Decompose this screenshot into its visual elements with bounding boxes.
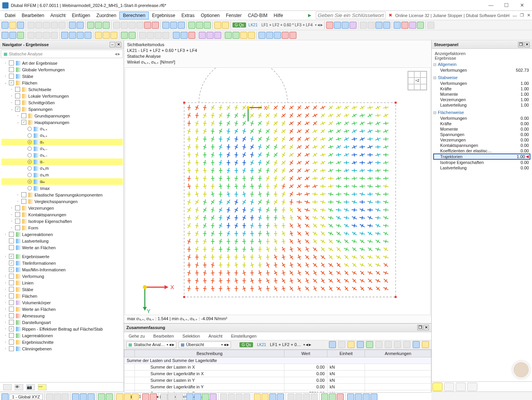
toolbar-button[interactable] <box>62 393 69 400</box>
control-tab-2[interactable] <box>444 383 454 391</box>
tree-item[interactable]: ›Isotrope Eigenschaften <box>2 218 123 224</box>
toolbar-button[interactable] <box>363 393 370 400</box>
toolbar-button[interactable] <box>150 393 157 400</box>
toolbar-button[interactable] <box>262 393 269 400</box>
toolbar-button[interactable] <box>116 393 123 400</box>
toolbar-button[interactable] <box>338 341 345 348</box>
control-row[interactable]: Momente1.00 <box>433 91 530 97</box>
control-row[interactable]: Verformungen1.00 <box>433 81 530 86</box>
toolbar-button[interactable] <box>228 393 235 400</box>
toolbar-button[interactable] <box>326 22 333 29</box>
toolbar-button[interactable] <box>43 22 50 29</box>
tree-item[interactable]: α₋ <box>2 159 123 165</box>
tree-item[interactable]: ›Darstellungsart <box>2 319 123 326</box>
panel-float-icon[interactable]: ❐ <box>518 42 523 47</box>
summary-lk-desc[interactable]: LF1 + LF2 + 0… <box>270 342 301 347</box>
menu-hilfe[interactable]: Hilfe <box>270 12 286 19</box>
summary-lk-code[interactable]: LK21 <box>255 343 267 347</box>
tree-item[interactable]: ›Clinningebenen <box>2 345 123 352</box>
toolbar-button[interactable] <box>357 341 364 348</box>
close-button[interactable]: ✕ <box>514 0 530 10</box>
toolbar-button[interactable] <box>248 32 255 39</box>
toolbar-button[interactable] <box>334 22 341 29</box>
toolbar-button[interactable] <box>9 32 16 39</box>
toolbar-button[interactable] <box>54 393 61 400</box>
menu-bearbeiten[interactable]: Bearbeiten <box>19 12 47 19</box>
chart-icon[interactable]: 〰 <box>38 384 46 390</box>
toolbar-button[interactable] <box>360 22 367 29</box>
toolbar-button[interactable] <box>2 22 9 29</box>
toolbar-button[interactable] <box>46 393 53 400</box>
toolbar-button[interactable] <box>243 393 250 400</box>
toolbar-button[interactable] <box>113 22 120 29</box>
pin-icon[interactable]: ↔ <box>110 42 115 47</box>
control-tab-3[interactable] <box>456 383 466 391</box>
toolbar-button[interactable] <box>295 393 302 400</box>
control-row[interactable]: Momente0.00 <box>433 126 530 132</box>
toolbar-button[interactable] <box>168 393 175 400</box>
panel-close-icon[interactable]: ✕ <box>116 42 121 47</box>
toolbar-button[interactable] <box>84 32 91 39</box>
menu-einfügen[interactable]: Einfügen <box>69 12 93 19</box>
navigator-tree[interactable]: ›Art der ErgebnisseGlobale Verformungen›… <box>0 59 124 382</box>
tree-item[interactable]: Max/Min-Informationen <box>2 266 123 273</box>
menu-fenster[interactable]: Fenster <box>223 12 245 19</box>
tree-item[interactable]: σ₁,₋ <box>2 145 123 152</box>
control-row[interactable]: Verzerrungen0.00 <box>433 137 530 143</box>
toolbar-button[interactable] <box>355 393 362 400</box>
table-row[interactable]: Summe der Lagerkräfte in X0.00kN <box>124 370 431 377</box>
toolbar-button[interactable] <box>385 341 392 348</box>
toolbar-button[interactable] <box>162 22 169 29</box>
control-row[interactable]: Lastverteilung1.00 <box>433 102 530 108</box>
coord-system-combo[interactable]: 1 - Global XYZ <box>9 394 43 400</box>
toolbar-button[interactable] <box>132 393 139 400</box>
tree-item[interactable]: Globale Verformungen <box>2 66 123 73</box>
toolbar-button[interactable] <box>204 22 211 29</box>
nav-tab-icon[interactable] <box>3 384 12 390</box>
summary-combo-2[interactable]: ▦Übersicht▾ ◀ ▶ <box>179 341 231 348</box>
toolbar-button[interactable] <box>403 341 410 348</box>
toolbar-button[interactable] <box>370 393 377 400</box>
toolbar-button[interactable] <box>51 22 58 29</box>
tree-item[interactable]: ›Ergebniswerte <box>2 253 123 260</box>
control-row[interactable]: Koeffizienten der elastisc…0.00 <box>433 148 530 153</box>
tree-item[interactable]: Titelinformationen <box>2 260 123 266</box>
toolbar-button[interactable] <box>199 32 206 39</box>
toolbar-button[interactable] <box>103 22 110 29</box>
tree-item[interactable]: α₊ <box>2 139 123 145</box>
tree-item[interactable]: σ₂,m <box>2 172 123 178</box>
summary-menu-item[interactable]: Ansicht <box>206 333 225 339</box>
toolbar-button[interactable] <box>28 22 34 29</box>
toolbar-button[interactable] <box>348 341 355 348</box>
toolbar-button[interactable] <box>147 32 154 39</box>
toolbar-button[interactable] <box>375 341 382 348</box>
toolbar-button[interactable] <box>277 393 284 400</box>
camera-icon[interactable]: 📷 <box>26 384 35 390</box>
toolbar-button[interactable] <box>35 22 42 29</box>
keyword-input[interactable] <box>316 12 386 19</box>
tree-item[interactable]: ›Ergebnisschnitte <box>2 339 123 345</box>
tree-item[interactable]: ›Art der Ergebnisse <box>2 60 123 66</box>
toolbar-button[interactable] <box>236 393 243 400</box>
toolbar-button[interactable] <box>2 32 9 39</box>
toolbar-button[interactable] <box>220 393 227 400</box>
toolbar-button[interactable] <box>28 32 34 39</box>
toolbar-button[interactable] <box>375 22 382 29</box>
control-row[interactable]: Spannungen0.00 <box>433 132 530 137</box>
toolbar-button[interactable] <box>188 22 195 29</box>
tree-item[interactable]: ›Schichtseite <box>2 86 123 93</box>
tree-item[interactable]: ›Stäbe <box>2 73 123 79</box>
mdi-close-icon[interactable]: ✕ <box>527 13 530 18</box>
toolbar-button[interactable] <box>383 22 390 29</box>
toolbar-button[interactable] <box>394 341 401 348</box>
toolbar-button[interactable] <box>422 341 429 348</box>
control-row[interactable]: Verzerrungen1.00 <box>433 97 530 102</box>
toolbar-button[interactable] <box>232 32 239 39</box>
maximize-button[interactable]: ☐ <box>499 0 514 10</box>
control-group-header[interactable]: Allgemein <box>433 61 530 67</box>
toolbar-button[interactable] <box>121 22 128 29</box>
summary-menu-item[interactable]: Selektion <box>180 333 202 339</box>
toolbar-button[interactable] <box>337 393 344 400</box>
control-group-header[interactable]: Stabweise <box>433 74 530 81</box>
eye-icon[interactable]: 👁 <box>15 384 23 390</box>
